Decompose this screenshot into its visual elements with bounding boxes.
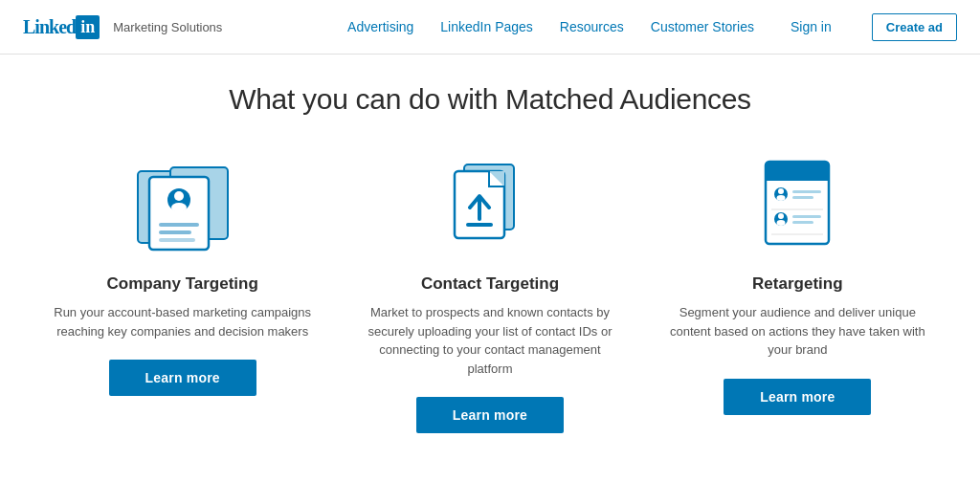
logo-area: Linkedin Marketing Solutions	[23, 15, 222, 39]
card-contact-targeting-desc: Market to prospects and known contacts b…	[356, 303, 624, 378]
card-company-targeting: Company Targeting Run your account-based…	[49, 150, 317, 396]
card-contact-targeting: Contact Targeting Market to prospects an…	[356, 150, 624, 433]
card-contact-targeting-title: Contact Targeting	[421, 274, 559, 294]
svg-point-24	[778, 213, 784, 219]
main-content: What you can do with Matched Audiences	[0, 55, 980, 452]
learn-more-company-targeting-button[interactable]: Learn more	[109, 360, 256, 396]
main-nav: Advertising LinkedIn Pages Resources Cus…	[347, 13, 957, 41]
svg-rect-27	[792, 221, 813, 224]
svg-point-25	[777, 220, 786, 226]
learn-more-retargeting-button[interactable]: Learn more	[724, 379, 871, 415]
svg-point-18	[778, 188, 784, 194]
logo-subtitle: Marketing Solutions	[113, 20, 222, 34]
svg-point-4	[174, 191, 184, 201]
svg-rect-26	[792, 215, 821, 218]
logo-in-box: in	[76, 15, 100, 39]
card-retargeting: Retargeting Segment your audience and de…	[663, 150, 931, 415]
svg-point-5	[171, 203, 187, 212]
learn-more-contact-targeting-button[interactable]: Learn more	[416, 397, 564, 433]
nav-customer-stories[interactable]: Customer Stories	[651, 19, 754, 34]
svg-rect-8	[159, 238, 195, 242]
site-header: Linkedin Marketing Solutions Advertising…	[0, 0, 980, 55]
company-targeting-icon	[130, 150, 235, 255]
logo-linked-text: Linked	[23, 16, 76, 38]
card-retargeting-desc: Segment your audience and deliver unique…	[663, 303, 931, 360]
card-company-targeting-desc: Run your account-based marketing campaig…	[49, 303, 317, 340]
page-title: What you can do with Matched Audiences	[38, 83, 942, 116]
svg-point-19	[777, 195, 786, 201]
svg-rect-6	[159, 223, 199, 227]
svg-rect-20	[792, 190, 821, 193]
svg-rect-16	[766, 177, 829, 181]
svg-rect-7	[159, 230, 191, 234]
nav-advertising[interactable]: Advertising	[347, 19, 413, 34]
contact-targeting-icon	[437, 150, 543, 255]
cards-row: Company Targeting Run your account-based…	[38, 150, 942, 433]
svg-rect-21	[792, 196, 813, 199]
nav-resources[interactable]: Resources	[560, 19, 624, 34]
linkedin-logo: Linkedin	[23, 15, 100, 39]
retargeting-icon	[745, 150, 850, 255]
card-retargeting-title: Retargeting	[752, 274, 842, 294]
nav-linkedin-pages[interactable]: LinkedIn Pages	[440, 19, 533, 34]
signin-link[interactable]: Sign in	[791, 19, 832, 34]
create-ad-button[interactable]: Create ad	[872, 13, 957, 41]
card-company-targeting-title: Company Targeting	[106, 274, 257, 294]
